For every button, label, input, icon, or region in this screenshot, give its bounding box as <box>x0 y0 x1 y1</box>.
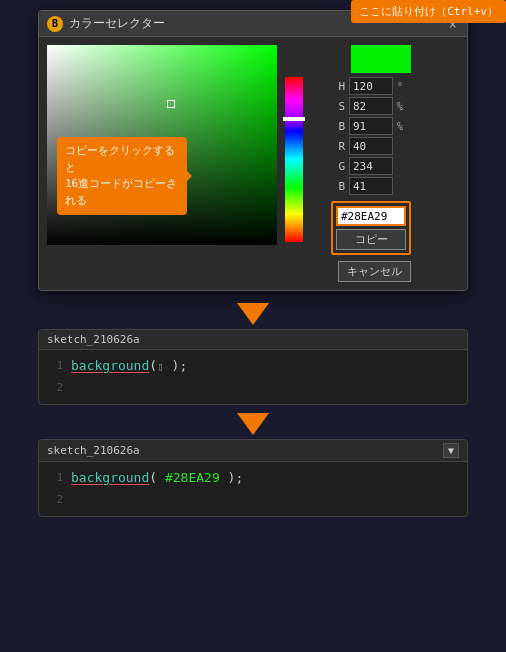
hue-thumb <box>283 117 305 121</box>
window-title: カラーセレクター <box>69 15 165 32</box>
saturation-input[interactable] <box>349 97 393 115</box>
color-preview <box>351 45 411 73</box>
fields-area: H ° S % B % R <box>331 77 411 282</box>
hue-label: H <box>331 80 345 93</box>
keyword-background-2: background <box>71 470 149 485</box>
color-picker-gradient[interactable]: コピーをクリックすると 16進コードがコピーされる <box>47 45 277 245</box>
code-panel-2: sketch_210626a ▼ 1 background( #28EA29 )… <box>38 439 468 517</box>
hue-input[interactable] <box>349 77 393 95</box>
code-text-2: background( #28EA29 ); <box>71 470 243 485</box>
line-num-2-1: 1 <box>47 471 63 484</box>
code-text-1: background(▯ ); <box>71 358 187 373</box>
hue-track[interactable] <box>285 77 303 242</box>
code-panel-1-body: 1 background(▯ ); 2 <box>39 350 467 404</box>
window-title-left: B カラーセレクター <box>47 15 165 32</box>
saturation-label: S <box>331 100 345 113</box>
copy-button[interactable]: コピー <box>336 229 406 250</box>
window-content: コピーをクリックすると 16進コードがコピーされる H <box>39 37 467 290</box>
hue-slider[interactable] <box>285 77 303 282</box>
red-input[interactable] <box>349 137 393 155</box>
keyword-background-1: background <box>71 358 149 373</box>
code-panel-1-title: sketch_210626a <box>47 333 140 346</box>
code-line-1-1: 1 background(▯ ); <box>39 354 467 376</box>
line-num-2-2: 2 <box>47 493 63 506</box>
right-panel: H ° S % B % R <box>285 45 411 282</box>
red-label: R <box>331 140 345 153</box>
cursor-placeholder: ▯ <box>157 360 164 373</box>
blue-field-row: B <box>331 177 411 195</box>
app-icon: B <box>47 16 63 32</box>
blue-label: B <box>331 180 345 193</box>
arrow-down-2 <box>237 413 269 435</box>
hue-field-row: H ° <box>331 77 411 95</box>
hex-copy-box: コピー <box>331 201 411 255</box>
code-line-1-2: 2 <box>39 376 467 398</box>
code-panel-2-title: sketch_210626a <box>47 444 140 457</box>
saturation-field-row: S % <box>331 97 411 115</box>
brightness-label: B <box>331 120 345 133</box>
code-panel-2-body: 1 background( #28EA29 ); 2 <box>39 462 467 516</box>
code-paren-1: ( <box>149 358 157 373</box>
line-num-1: 1 <box>47 359 63 372</box>
line-num-2: 2 <box>47 381 63 394</box>
code-panel-2-header: sketch_210626a ▼ <box>39 440 467 462</box>
dropdown-icon[interactable]: ▼ <box>443 443 459 458</box>
arrow-down-1 <box>237 303 269 325</box>
brightness-unit: % <box>397 121 403 132</box>
blue-input[interactable] <box>349 177 393 195</box>
arrow-shape-1 <box>237 303 269 325</box>
saturation-unit: % <box>397 101 403 112</box>
color-selector-window: B カラーセレクター × コピーをクリックすると 16進コードがコピーされる <box>38 10 468 291</box>
code-paren-3: ( <box>149 470 165 485</box>
green-field-row: G <box>331 157 411 175</box>
brightness-field-row: B % <box>331 117 411 135</box>
callout-bubble: コピーをクリックすると 16進コードがコピーされる <box>57 137 187 215</box>
code-panel-1: sketch_210626a ここに貼り付け（Ctrl+v） 1 backgro… <box>38 329 468 405</box>
code-paren-4: ); <box>220 470 243 485</box>
hex-input[interactable] <box>336 206 406 226</box>
color-value: #28EA29 <box>165 470 220 485</box>
hue-unit: ° <box>397 81 403 92</box>
green-input[interactable] <box>349 157 393 175</box>
cancel-button[interactable]: キャンセル <box>338 261 411 282</box>
green-label: G <box>331 160 345 173</box>
arrow-shape-2 <box>237 413 269 435</box>
code-panel-1-header: sketch_210626a ここに貼り付け（Ctrl+v） <box>39 330 467 350</box>
code-line-2-1: 1 background( #28EA29 ); <box>39 466 467 488</box>
red-field-row: R <box>331 137 411 155</box>
code-paren-2: ); <box>164 358 187 373</box>
code-line-2-2: 2 <box>39 488 467 510</box>
hue-and-fields: H ° S % B % R <box>285 77 411 282</box>
brightness-input[interactable] <box>349 117 393 135</box>
